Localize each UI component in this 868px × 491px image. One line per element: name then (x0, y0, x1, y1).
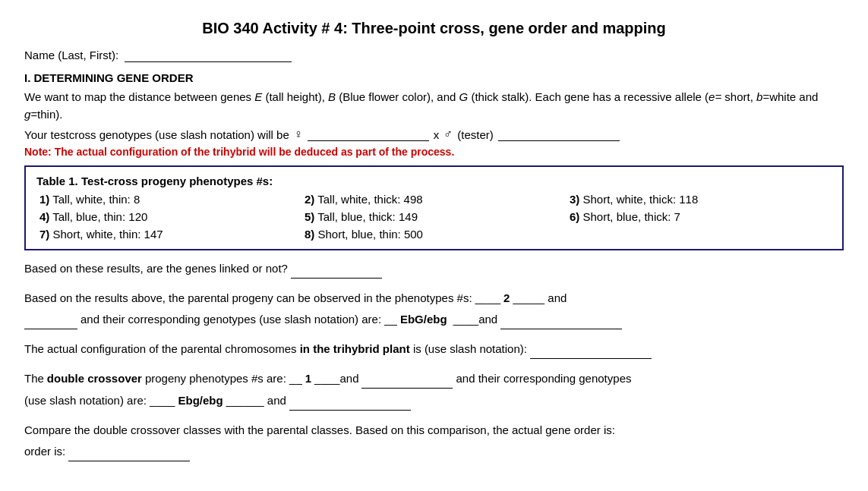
page-title: BIO 340 Activity # 4: Three-point cross,… (24, 18, 844, 38)
table-box: Table 1. Test-cross progeny phenotypes #… (24, 165, 844, 250)
question4-block: The double crossover progeny phenotypes … (24, 370, 844, 411)
note-red: Note: The actual configuration of the tr… (24, 146, 844, 158)
question1-block: Based on these results, are the genes li… (24, 260, 844, 279)
table-row: 6) Short, blue, thick: 7 (567, 209, 832, 224)
table-row (567, 227, 832, 241)
female-symbol: ♀ (294, 127, 303, 141)
q1-text: Based on these results, are the genes li… (24, 262, 288, 275)
q4-part3: ____and (314, 370, 358, 388)
q3-suffix: is (use slash notation): (413, 342, 530, 355)
table-row: 4) Tall, blue, thin: 120 (36, 209, 301, 224)
table-row: 3) Short, white, thick: 118 (567, 192, 832, 206)
q2-part1: Based on the results above, the parental… (24, 289, 500, 307)
table-row: 7) Short, white, thin: 147 (36, 227, 301, 241)
name-line: Name (Last, First): (24, 49, 844, 62)
q4-part2: progeny phenotypes #s are: __ (145, 370, 302, 388)
q2-answer2: EbG/ebg (400, 310, 447, 329)
q2-blank1 (24, 310, 77, 329)
times-symbol: x (434, 128, 440, 141)
table-title: Table 1. Test-cross progeny phenotypes #… (36, 175, 832, 187)
q2-part3a: and their corresponding genotypes (use s… (80, 310, 397, 329)
q2-blank2 (500, 310, 622, 329)
testcross-line: Your testcross genotypes (use slash nota… (24, 127, 844, 141)
question3-block: The actual configuration of the parental… (24, 340, 844, 359)
q2-answer1: 2 (503, 289, 510, 307)
q2-part2: _____ and (513, 289, 567, 307)
tester-label: (tester) (457, 128, 494, 141)
table-row: 5) Tall, blue, thick: 149 (301, 209, 567, 224)
q4-part6: ______ and (226, 392, 286, 410)
name-blank (125, 49, 292, 62)
q2-part4: ____and (450, 310, 498, 329)
table-grid: 1) Tall, white, thin: 8 2) Tall, white, … (36, 192, 832, 241)
name-label: Name (Last, First): (24, 49, 118, 61)
q4-blank1 (361, 370, 453, 389)
table-row: 2) Tall, white, thick: 498 (301, 192, 567, 206)
testcross-prefix: Your testcross genotypes (use slash nota… (24, 128, 289, 141)
section1-header: I. DETERMINING GENE ORDER (24, 71, 844, 84)
question5-block: Compare the double crossover classes wit… (24, 421, 844, 461)
testcross-female-blank (308, 127, 429, 141)
q3-prefix: The actual configuration of the parental… (24, 342, 300, 355)
q4-part4: and their corresponding genotypes (456, 370, 631, 388)
q3-bold: in the trihybrid plant (300, 342, 410, 355)
q4-answer1: 1 (305, 370, 311, 388)
tester-blank (498, 127, 620, 141)
q4-bold1: double crossover (47, 370, 142, 388)
table-row: 1) Tall, white, thin: 8 (36, 192, 301, 206)
q4-prefix: The (24, 370, 44, 388)
male-symbol: ♂ (443, 127, 453, 141)
q5-blank (68, 442, 190, 461)
q4-bold2: Ebg/ebg (178, 392, 223, 410)
q4-blank2 (289, 392, 411, 411)
q5-text: Compare the double crossover classes wit… (24, 421, 615, 439)
paragraph1: We want to map the distance between gene… (24, 89, 844, 123)
q4-part5: (use slash notation) are: ____ (24, 392, 175, 410)
question2-block: Based on the results above, the parental… (24, 289, 844, 329)
q1-blank (291, 260, 382, 279)
table-row: 8) Short, blue, thin: 500 (301, 227, 567, 241)
q3-blank (530, 340, 652, 359)
q5-order-label: order is: (24, 445, 68, 458)
